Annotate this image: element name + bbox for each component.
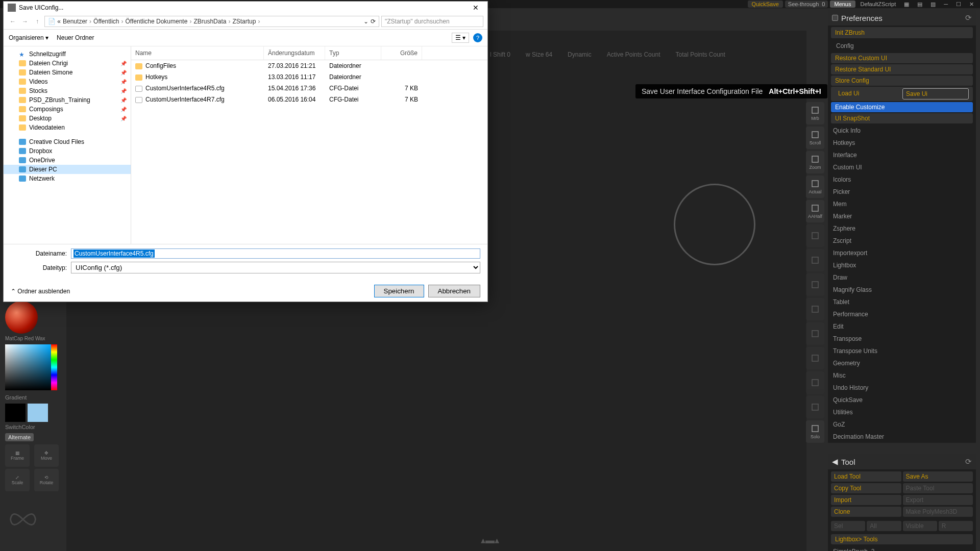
tree-item-dateien-chrigi[interactable]: Dateien Chrigi📌 xyxy=(4,59,131,68)
tree-item-stocks[interactable]: Stocks📌 xyxy=(4,86,131,95)
up-button[interactable]: ↑ xyxy=(32,18,42,25)
help-button[interactable]: ? xyxy=(473,33,482,42)
pref-section-quicksave[interactable]: QuickSave xyxy=(828,394,976,406)
pref-section-edit[interactable]: Edit xyxy=(828,320,976,333)
nav-button[interactable] xyxy=(806,273,824,296)
switchcolor-label[interactable]: SwitchColor xyxy=(5,424,61,430)
filename-input[interactable]: CustomUserInterface4R5.cfg xyxy=(71,248,480,259)
matcap-preview[interactable] xyxy=(5,301,38,334)
pref-section-transpose-units[interactable]: Transpose Units xyxy=(828,345,976,357)
breadcrumb[interactable]: 📄 « Benutzer› Öffentlich› Öffentliche Do… xyxy=(44,16,379,27)
pref-section-icolors[interactable]: Icolors xyxy=(828,173,976,186)
rotate-button[interactable]: ⟲Rotate xyxy=(34,469,59,491)
view-mode-button[interactable]: ☰ ▾ xyxy=(452,33,469,43)
nav-AAHalf[interactable]: AAHalf xyxy=(806,200,824,222)
tree-item-composings[interactable]: Composings📌 xyxy=(4,105,131,114)
titlebar-icon[interactable]: ▤ xyxy=(914,1,925,8)
tree-item-dieser-pc[interactable]: Dieser PC xyxy=(4,165,131,174)
tree-item-schnellzugriff[interactable]: ★Schnellzugriff xyxy=(4,49,131,59)
pref-section-lightbox[interactable]: Lightbox xyxy=(828,259,976,271)
load-tool-button[interactable]: Load Tool xyxy=(831,471,901,482)
col-name[interactable]: Name xyxy=(131,46,264,60)
hide-folders-toggle[interactable]: ⌃ Ordner ausblenden xyxy=(11,288,70,295)
col-date[interactable]: Änderungsdatum xyxy=(264,46,325,60)
nav-Solo[interactable]: Solo xyxy=(806,420,824,443)
tree-item-desktop[interactable]: Desktop📌 xyxy=(4,114,131,123)
search-input[interactable]: "ZStartup" durchsuchen xyxy=(381,16,483,27)
lightbox-tools-button[interactable]: Lightbox> Tools xyxy=(831,534,973,544)
forward-button[interactable]: → xyxy=(20,18,30,25)
tree-item-dropbox[interactable]: Dropbox xyxy=(4,146,131,156)
nav-button[interactable] xyxy=(806,249,824,271)
tree-item-onedrive[interactable]: OneDrive xyxy=(4,156,131,165)
frame-button[interactable]: ▦Frame xyxy=(5,444,30,467)
shelf-handle[interactable]: ▴▬▴ xyxy=(481,535,499,546)
pref-section-magnify-glass[interactable]: Magnify Glass xyxy=(828,284,976,296)
prefs-header[interactable]: Preferences ⟳ xyxy=(828,10,976,26)
nav-Mrb[interactable]: Mrb xyxy=(806,102,824,124)
pref-section-importexport[interactable]: Importexport xyxy=(828,247,976,259)
restore-standard-ui-button[interactable]: Restore Standard UI xyxy=(831,64,973,74)
pref-section-misc[interactable]: Misc xyxy=(828,369,976,382)
pref-section-picker[interactable]: Picker xyxy=(828,186,976,198)
pref-section-hotkeys[interactable]: Hotkeys xyxy=(828,137,976,149)
seethrough-slider[interactable]: See-through0 xyxy=(785,1,828,8)
pref-section-interface[interactable]: Interface xyxy=(828,149,976,161)
init-zbrush-button[interactable]: Init ZBrush xyxy=(831,27,973,38)
store-config-button[interactable]: Store Config xyxy=(831,76,973,86)
new-folder-button[interactable]: Neuer Ordner xyxy=(57,34,94,41)
nav-button[interactable] xyxy=(806,224,824,247)
pref-section-utilities[interactable]: Utilities xyxy=(828,406,976,418)
back-button[interactable]: ← xyxy=(8,18,18,25)
titlebar-icon[interactable]: ▥ xyxy=(927,1,939,8)
load-ui-button[interactable]: Load Ui xyxy=(835,88,900,99)
cancel-button[interactable]: Abbrechen xyxy=(428,285,480,297)
scale-button[interactable]: ⤢Scale xyxy=(5,469,30,491)
checkbox-icon[interactable] xyxy=(832,15,838,21)
minimize-icon[interactable]: ─ xyxy=(941,1,951,7)
swatch-secondary[interactable] xyxy=(28,404,48,422)
import-button[interactable]: Import xyxy=(831,495,901,505)
pref-section-decimation-master[interactable]: Decimation Master xyxy=(828,431,976,443)
color-picker[interactable] xyxy=(5,344,51,390)
quicksave-button[interactable]: QuickSave xyxy=(748,1,783,8)
nav-button[interactable] xyxy=(806,396,824,418)
alternate-button[interactable]: Alternate xyxy=(5,433,34,441)
col-size[interactable]: Größe xyxy=(381,46,422,60)
col-type[interactable]: Typ xyxy=(325,46,381,60)
restore-custom-ui-button[interactable]: Restore Custom UI xyxy=(831,53,973,63)
tool-header[interactable]: ◀Tool ⟳ xyxy=(828,454,976,469)
clone-button[interactable]: Clone xyxy=(831,507,901,517)
ui-snapshot-button[interactable]: UI SnapShot xyxy=(831,113,973,123)
close-icon[interactable]: ✕ xyxy=(966,1,977,8)
nav-Actual[interactable]: Actual xyxy=(806,176,824,198)
hue-slider[interactable] xyxy=(51,344,57,390)
tree-item-psd_zbrush_training[interactable]: PSD_ZBrush_Training📌 xyxy=(4,95,131,105)
tree-item-dateien-simone[interactable]: Dateien Simone📌 xyxy=(4,68,131,77)
pref-section-marker[interactable]: Marker xyxy=(828,210,976,222)
config-section[interactable]: Config xyxy=(828,40,976,52)
tree-item-videos[interactable]: Videos📌 xyxy=(4,77,131,86)
move-button[interactable]: ✥Move xyxy=(34,444,59,467)
pref-section-zscript[interactable]: Zscript xyxy=(828,235,976,247)
pref-section-mem[interactable]: Mem xyxy=(828,198,976,210)
simplebrush-label[interactable]: SimpleBrush. 2 xyxy=(828,545,976,551)
gradient-label[interactable]: Gradient xyxy=(5,394,61,400)
tree-item-netzwerk[interactable]: Netzwerk xyxy=(4,174,131,183)
close-button[interactable]: ✕ xyxy=(468,4,483,12)
pref-section-quick-info[interactable]: Quick Info xyxy=(828,124,976,137)
pref-section-custom-ui[interactable]: Custom UI xyxy=(828,161,976,173)
tree-item-creative-cloud-files[interactable]: Creative Cloud Files xyxy=(4,137,131,146)
file-row[interactable]: Hotkeys13.03.2016 11:17Dateiordner xyxy=(131,71,487,83)
pref-section-performance[interactable]: Performance xyxy=(828,308,976,320)
save-ui-button[interactable]: Save Ui xyxy=(902,88,969,99)
pref-section-undo-history[interactable]: Undo History xyxy=(828,382,976,394)
refresh-icon[interactable]: ⟳ xyxy=(965,13,972,22)
nav-button[interactable] xyxy=(806,298,824,320)
pref-section-tablet[interactable]: Tablet xyxy=(828,296,976,308)
maximize-icon[interactable]: ☐ xyxy=(953,1,964,8)
copy-tool-button[interactable]: Copy Tool xyxy=(831,483,901,493)
defaultscript-label[interactable]: DefaultZScript xyxy=(857,1,899,7)
pref-section-goz[interactable]: GoZ xyxy=(828,418,976,431)
save-as-button[interactable]: Save As xyxy=(903,471,973,482)
